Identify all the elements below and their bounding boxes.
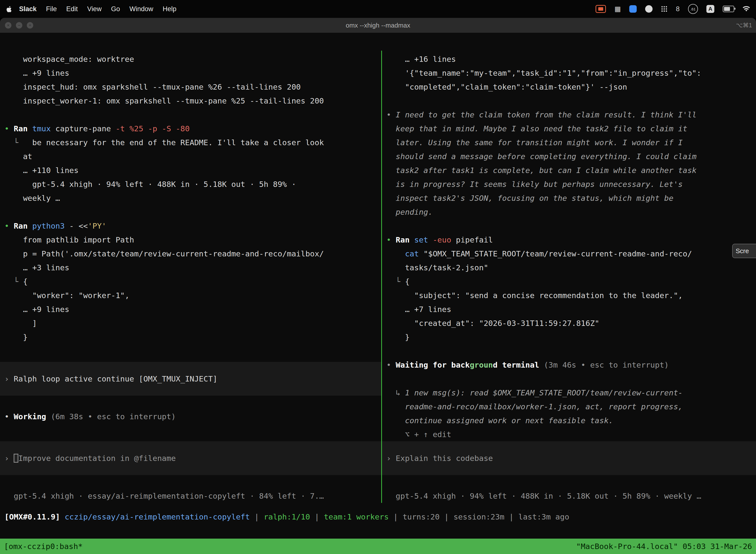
terminal-line: pending. bbox=[382, 205, 756, 219]
terminal-text bbox=[386, 166, 396, 175]
grid-app-icon[interactable]: ▦ bbox=[614, 5, 621, 13]
zoom-button[interactable]: + bbox=[27, 22, 33, 29]
terminal-text: tmux bbox=[32, 124, 51, 133]
left-pane[interactable]: workspace_mode: worktree … +9 lines insp… bbox=[0, 51, 381, 503]
battery-icon[interactable] bbox=[723, 6, 734, 12]
prompt-band[interactable]: › Improve documentation in @filename bbox=[0, 441, 381, 475]
screen-recording-stop-icon[interactable] bbox=[595, 5, 606, 13]
terminal-line: at bbox=[0, 150, 381, 163]
terminal-text: 1 new msg(s): read $OMX_TEAM_STATE_ROOT/… bbox=[405, 388, 683, 397]
terminal-text bbox=[386, 152, 396, 161]
terminal-text bbox=[386, 416, 405, 425]
terminal-text: tasks/task-2.json" bbox=[386, 263, 488, 272]
terminal-line: later. Using the same for transition mig… bbox=[382, 135, 756, 150]
prompt-band[interactable]: › Explain this codebase bbox=[382, 441, 756, 475]
terminal-line: task2 after task1 is complete, but can I… bbox=[382, 163, 756, 177]
tmux-host-clock: "MacBook-Pro-44.local" 05:03 31-Mar-26 bbox=[576, 542, 752, 551]
terminal-line: … +16 lines bbox=[382, 52, 756, 66]
wifi-icon[interactable] bbox=[743, 6, 750, 12]
terminal-line: … +9 lines bbox=[0, 302, 381, 316]
terminal-text: Ran bbox=[396, 235, 414, 244]
terminal-text: ↳ bbox=[386, 388, 405, 397]
menu-item-edit[interactable]: Edit bbox=[62, 5, 82, 13]
terminal-text bbox=[428, 235, 433, 244]
terminal-text: (6m 38s • esc to interrupt) bbox=[46, 412, 176, 421]
terminal-line: › Ralph loop active continue [OMX_TMUX_I… bbox=[0, 372, 381, 386]
terminal-text bbox=[386, 180, 396, 189]
apple-menu-icon[interactable] bbox=[6, 5, 12, 12]
terminal-text: › bbox=[4, 374, 14, 383]
menu-item-window[interactable]: Window bbox=[125, 5, 158, 13]
terminal-line: gpt-5.4 xhigh · 94% left · 488K in · 5.1… bbox=[382, 489, 756, 503]
terminal-line bbox=[0, 205, 381, 219]
omx-status-segment: [OMX#0.11.9] bbox=[4, 512, 60, 521]
input-source-icon[interactable]: A bbox=[706, 5, 714, 13]
terminal-line: readme-and-reco/mailbox/worker-1.json, a… bbox=[382, 400, 756, 413]
text-cursor bbox=[14, 454, 18, 463]
terminal-text: … +9 lines bbox=[4, 305, 69, 314]
menu-status-icons: ▦ 8 .61 A bbox=[595, 4, 750, 14]
menu-item-help[interactable]: Help bbox=[158, 5, 181, 13]
terminal-text: └ bbox=[4, 277, 23, 286]
terminal-text: • bbox=[4, 124, 14, 133]
terminal-text: … +7 lines bbox=[386, 305, 451, 314]
terminal-text: inspect task2's JSON, focusing on the st… bbox=[396, 193, 674, 203]
omx-status-segment: team:1 workers bbox=[324, 512, 389, 521]
omx-status-segment: | bbox=[250, 512, 264, 521]
omx-status-segment: | bbox=[310, 512, 324, 521]
terminal-text: python3 bbox=[32, 221, 65, 230]
blue-app-icon[interactable] bbox=[629, 5, 637, 13]
output-block: • Working (6m 38s • esc to interrupt) bbox=[0, 396, 381, 437]
terminal-line: ↳ 1 new msg(s): read $OMX_TEAM_STATE_ROO… bbox=[382, 386, 756, 400]
terminal-line bbox=[382, 475, 756, 489]
title-bar[interactable]: × − + omx --xhigh --madmax ⌥⌘1 bbox=[0, 18, 756, 33]
terminal-text: } bbox=[4, 333, 27, 341]
terminal-text: '{"team_name":"my-team","task_id":"1","f… bbox=[386, 68, 701, 77]
overlay-label: Scre bbox=[736, 247, 749, 255]
terminal-text: • bbox=[4, 412, 14, 421]
terminal-line bbox=[0, 344, 381, 358]
round-app-icon[interactable] bbox=[645, 5, 652, 13]
menu-item-go[interactable]: Go bbox=[107, 5, 125, 13]
dots-grid-icon[interactable] bbox=[661, 6, 668, 12]
output-block: workspace_mode: worktree … +9 lines insp… bbox=[0, 52, 381, 358]
right-pane[interactable]: … +16 lines '{"team_name":"my-team","tas… bbox=[382, 51, 756, 503]
terminal-line: from pathlib import Path bbox=[0, 233, 381, 247]
terminal-text: Waiting for back bbox=[396, 361, 470, 369]
terminal-text: 'PY' bbox=[88, 221, 107, 230]
terminal-text: pipefail bbox=[451, 235, 493, 244]
omx-status-segment: last:3m ago bbox=[518, 512, 569, 521]
terminal-text: Improve documentation in @filename bbox=[18, 454, 176, 463]
terminal-line: } bbox=[382, 330, 756, 344]
terminal-text: • bbox=[386, 110, 396, 119]
terminal-text: "completed","claim_token":"claim-token"}… bbox=[386, 82, 627, 91]
terminal-line: • I need to get the claim token from the… bbox=[382, 108, 756, 122]
terminal-text: capture-pane bbox=[51, 124, 116, 133]
terminal-text: cat bbox=[405, 249, 419, 258]
terminal-line: … +3 lines bbox=[0, 261, 381, 275]
terminal-text: └ bbox=[386, 277, 405, 286]
prompt-band[interactable]: › Ralph loop active continue [OMX_TMUX_I… bbox=[0, 362, 381, 396]
terminal-text: at bbox=[4, 152, 32, 161]
menu-app-name[interactable]: Slack bbox=[14, 5, 42, 13]
terminal-text: • bbox=[386, 235, 396, 244]
battery-percent-badge-icon[interactable]: .61 bbox=[688, 4, 698, 14]
terminal-line: › Explain this codebase bbox=[382, 451, 756, 465]
menu-item-file[interactable]: File bbox=[42, 5, 62, 13]
terminal-text: readme-and-reco/mailbox/worker-1.json, a… bbox=[405, 402, 683, 411]
screen-share-overlay[interactable]: Scre bbox=[732, 244, 756, 258]
menu-item-view[interactable]: View bbox=[82, 5, 107, 13]
terminal-text: └ bbox=[4, 138, 23, 147]
output-block: … +16 lines '{"team_name":"my-team","tas… bbox=[382, 52, 756, 441]
eight-badge-icon[interactable]: 8 bbox=[676, 5, 680, 13]
close-button[interactable]: × bbox=[5, 22, 11, 29]
minimize-button[interactable]: − bbox=[16, 22, 22, 29]
terminal-line: tasks/task-2.json" bbox=[382, 261, 756, 275]
terminal-text: … +3 lines bbox=[4, 263, 69, 272]
omx-status-segment: session:23m bbox=[453, 512, 504, 521]
terminal-line bbox=[382, 344, 756, 358]
terminal-line: inspect_hud: omx sparkshell --tmux-pane … bbox=[0, 80, 381, 94]
terminal-line: • Waiting for background terminal (3m 46… bbox=[382, 358, 756, 372]
terminal-text: I need to get the claim token from the c… bbox=[396, 110, 696, 119]
terminal-text: workspace_mode: worktree bbox=[4, 55, 134, 63]
